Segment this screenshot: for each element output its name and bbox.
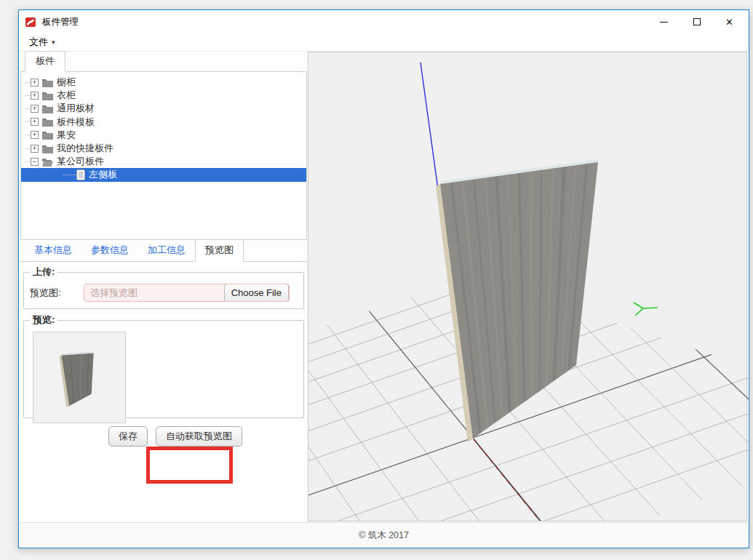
folder-icon (42, 130, 53, 140)
collapse-minus-icon[interactable]: − (31, 158, 39, 166)
folder-icon (42, 91, 53, 100)
upload-legend: 上传: (30, 265, 57, 279)
expand-plus-icon[interactable]: + (31, 118, 39, 126)
expand-plus-icon[interactable]: + (31, 92, 39, 100)
minimize-button[interactable] (648, 10, 680, 33)
folder-open-icon (42, 157, 53, 167)
tree-item-my-quick-panels[interactable]: + 我的快捷板件 (21, 142, 306, 155)
folder-icon (42, 144, 53, 153)
preview-fieldset: 预览: (23, 313, 304, 418)
expand-plus-icon[interactable]: + (31, 105, 39, 113)
document-icon (76, 169, 85, 180)
tree-item-panel-template[interactable]: + 板件模板 (21, 116, 306, 129)
minimize-icon (660, 22, 668, 23)
tab-basic-info[interactable]: 基本信息 (25, 240, 81, 261)
window-title: 板件管理 (42, 16, 79, 28)
tree-item-cupboard[interactable]: + 橱柜 (21, 76, 306, 89)
menu-file[interactable]: 文件 ▾ (25, 34, 60, 50)
tab-parameter-info[interactable]: 参数信息 (81, 240, 138, 261)
tree-tab-bar: 板件 (20, 52, 307, 72)
viewport-canvas[interactable] (308, 52, 749, 521)
preview-form: 上传: 预览图: Choose File 预览: (20, 262, 307, 447)
category-tree: + 橱柜 + 衣柜 + 通用板材 + (20, 72, 307, 240)
expand-plus-icon[interactable]: + (31, 131, 39, 139)
title-bar: 板件管理 ✕ (19, 10, 749, 33)
green-axis-marker (634, 303, 658, 316)
preview-legend: 预览: (30, 313, 57, 327)
wood-panel (436, 159, 598, 442)
detail-tab-bar: 基本信息 参数信息 加工信息 预览图 (20, 242, 307, 262)
copyright-text: © 筑木 2017 (359, 529, 409, 542)
expand-plus-icon[interactable]: + (31, 79, 39, 87)
viewport-3d[interactable] (308, 52, 747, 521)
save-button[interactable]: 保存 (108, 426, 148, 447)
preview-image-label: 预览图: (30, 287, 84, 300)
choose-file-button[interactable]: Choose File (224, 284, 289, 302)
folder-icon (42, 117, 53, 127)
maximize-button[interactable] (680, 10, 713, 33)
close-button[interactable]: ✕ (713, 10, 746, 33)
close-icon: ✕ (725, 17, 733, 27)
tree-item-wardrobe[interactable]: + 衣柜 (21, 89, 306, 102)
tree-item-guoan[interactable]: + 果安 (21, 129, 306, 142)
upload-fieldset: 上传: 预览图: Choose File (23, 265, 304, 309)
tab-panels[interactable]: 板件 (25, 51, 65, 72)
chevron-down-icon: ▾ (52, 39, 55, 46)
menu-file-label: 文件 (29, 36, 48, 49)
left-panel: 板件 + 橱柜 + 衣柜 + (20, 52, 307, 521)
tab-preview-image[interactable]: 预览图 (195, 239, 244, 262)
app-window: 板件管理 ✕ 文件 ▾ 板件 + 橱柜 (18, 9, 749, 548)
preview-file-input[interactable] (84, 287, 224, 298)
folder-icon (42, 78, 53, 87)
menu-bar: 文件 ▾ (19, 33, 749, 52)
footer-bar: © 筑木 2017 (19, 522, 749, 548)
folder-icon (42, 104, 53, 113)
tree-item-left-side-panel[interactable]: 左侧板 (21, 168, 306, 181)
file-input-wrap: Choose File (84, 284, 290, 302)
tree-item-general-board[interactable]: + 通用板材 (21, 102, 306, 115)
tree-item-company-panels[interactable]: − 某公司板件 (21, 155, 306, 168)
tab-machining-info[interactable]: 加工信息 (138, 240, 195, 261)
expand-plus-icon[interactable]: + (31, 145, 39, 153)
maximize-icon (693, 18, 701, 25)
annotation-highlight-box (146, 447, 233, 484)
app-logo-icon (25, 16, 37, 28)
auto-get-preview-button[interactable]: 自动获取预览图 (156, 426, 242, 447)
preview-thumbnail (33, 332, 126, 423)
